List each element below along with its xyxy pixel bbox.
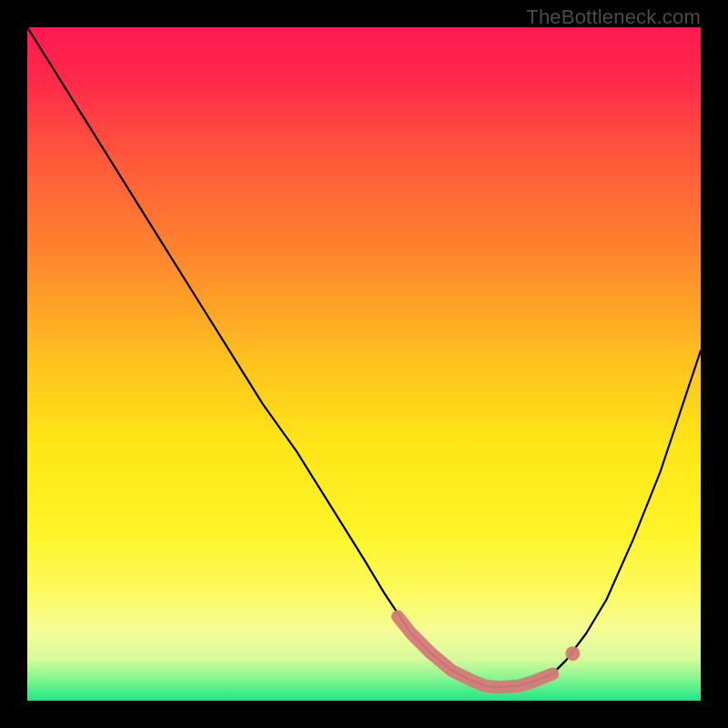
chart-svg <box>27 27 701 701</box>
watermark-text: TheBottleneck.com <box>526 5 701 29</box>
chart-frame: TheBottleneck.com <box>0 0 728 728</box>
gradient-background <box>27 27 701 701</box>
highlight-dot <box>565 646 580 661</box>
plot-area <box>27 27 701 701</box>
